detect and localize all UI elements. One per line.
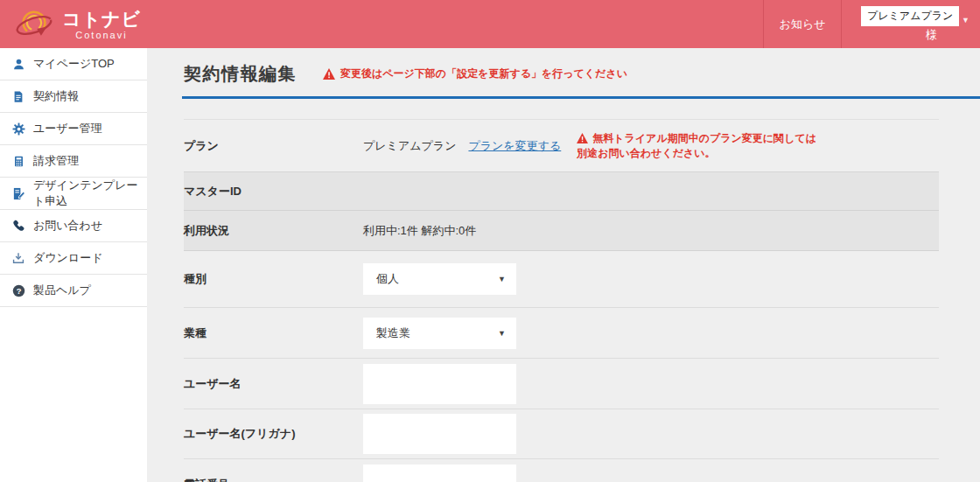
sidebar-item-label: 製品ヘルプ (33, 283, 91, 298)
username-kana-input[interactable] (363, 414, 516, 454)
sidebar-item-contact[interactable]: お問い合わせ (0, 210, 147, 242)
phone-label: 電話番号 (184, 477, 363, 482)
svg-text:?: ? (16, 286, 21, 295)
plan-row: プラン プレミアムプラン プランを変更する 無料トライアル期間中のプラン変更に関… (184, 120, 939, 171)
user-icon (11, 57, 25, 71)
sidebar-item-download[interactable]: ダウンロード (0, 242, 147, 275)
industry-select[interactable]: 製造業 ▼ (363, 318, 516, 349)
sidebar-item-label: 契約情報 (33, 88, 79, 104)
warning-icon (323, 68, 335, 80)
sidebar: マイページTOP 契約情報 (0, 48, 147, 482)
account-plan-badge: プレミアムプラン (861, 6, 959, 26)
contract-form: プラン プレミアムプラン プランを変更する 無料トライアル期間中のプラン変更に関… (184, 119, 939, 482)
phone-input[interactable] (363, 465, 516, 482)
main-content: 契約情報編集 変更後はページ下部の「設定を更新する」を行ってください プラン プ… (147, 48, 980, 482)
industry-row: 業種 製造業 ▼ (184, 307, 939, 358)
title-warning: 変更後はページ下部の「設定を更新する」を行ってください (323, 66, 627, 81)
type-row: 種別 個人 ▼ (184, 251, 939, 307)
username-row: ユーザー名 (184, 358, 939, 409)
sidebar-item-label: 請求管理 (33, 153, 79, 169)
plan-note-line1: 無料トライアル期間中のプラン変更に関しては (592, 131, 816, 146)
title-warning-text: 変更後はページ下部の「設定を更新する」を行ってください (340, 66, 627, 81)
usage-row: 利用状況 利用中:1件 解約中:0件 (184, 211, 939, 251)
sidebar-item-design-template[interactable]: デザインテンプレート申込 (0, 178, 147, 210)
logo-title: コトナビ (62, 9, 141, 30)
master-id-row: マスターID (184, 171, 939, 211)
logo-icon (14, 5, 54, 44)
dropdown-arrow-icon: ▼ (498, 275, 506, 283)
type-select-value: 個人 (376, 271, 399, 287)
usage-label: 利用状況 (184, 223, 363, 239)
username-input[interactable] (363, 364, 516, 404)
master-id-label: マスターID (184, 184, 363, 199)
warning-icon (577, 133, 588, 143)
sidebar-item-mypage-top[interactable]: マイページTOP (0, 48, 147, 80)
sidebar-item-label: ダウンロード (33, 250, 103, 266)
account-menu[interactable]: プレミアムプラン 様 ▼ (842, 0, 980, 48)
dropdown-arrow-icon: ▼ (498, 329, 506, 338)
username-label: ユーザー名 (184, 376, 363, 392)
chevron-down-icon: ▼ (962, 16, 970, 24)
notice-link[interactable]: お知らせ (763, 0, 842, 48)
type-label: 種別 (184, 271, 363, 287)
plan-value: プレミアムプラン (363, 138, 456, 154)
sidebar-item-contract-info[interactable]: 契約情報 (0, 80, 147, 113)
plan-note-line2: 別途お問い合わせください。 (577, 146, 816, 161)
industry-label: 業種 (184, 325, 363, 341)
plan-change-link[interactable]: プランを変更する (468, 138, 561, 154)
sidebar-item-label: お問い合わせ (33, 218, 102, 234)
sidebar-item-label: マイページTOP (33, 56, 115, 72)
title-underline (182, 96, 980, 99)
document-icon (11, 89, 25, 103)
usage-value: 利用中:1件 解約中:0件 (363, 223, 476, 239)
phone-row: 電話番号 (184, 458, 939, 482)
account-name-suffix: 様 (926, 27, 937, 43)
download-icon (11, 251, 25, 265)
sidebar-item-billing-management[interactable]: 請求管理 (0, 145, 147, 178)
page-title: 契約情報編集 (184, 62, 297, 86)
industry-select-value: 製造業 (376, 325, 410, 341)
app-header: コトナビ Cotonavi お知らせ プレミアムプラン 様 ▼ (0, 0, 980, 48)
phone-icon (11, 219, 25, 233)
help-icon: ? (11, 283, 25, 297)
plan-note: 無料トライアル期間中のプラン変更に関しては 別途お問い合わせください。 (577, 131, 816, 161)
calculator-icon (11, 154, 25, 168)
sidebar-item-label: ユーザー管理 (33, 121, 102, 136)
plan-label: プラン (184, 138, 363, 154)
gear-icon (11, 122, 25, 136)
logo-subtitle: Cotonavi (62, 30, 141, 40)
template-icon (11, 186, 25, 200)
sidebar-item-label: デザインテンプレート申込 (33, 178, 147, 209)
app-logo[interactable]: コトナビ Cotonavi (0, 0, 141, 48)
type-select[interactable]: 個人 ▼ (363, 263, 516, 295)
username-kana-label: ユーザー名(フリガナ) (184, 426, 363, 442)
username-kana-row: ユーザー名(フリガナ) (184, 409, 939, 458)
sidebar-item-product-help[interactable]: ? 製品ヘルプ (0, 275, 147, 307)
sidebar-item-user-management[interactable]: ユーザー管理 (0, 113, 147, 145)
